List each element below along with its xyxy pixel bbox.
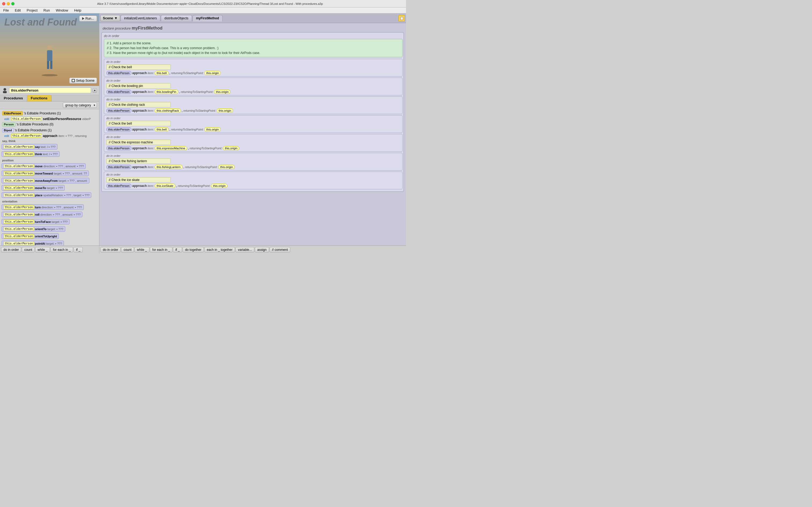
menu-project[interactable]: Project [25,8,39,13]
method-chip-5: approach [132,165,147,169]
toolbar-count[interactable]: count [22,247,35,252]
close-button[interactable] [2,2,5,5]
comment-input-0[interactable] [106,64,171,70]
comment-input-3[interactable] [106,121,171,126]
orientation-label: orientation [0,199,99,204]
menu-edit[interactable]: Edit [14,8,22,13]
move-away-tile-row: this.elderPerson moveAwayFrom target: ▪ … [0,177,99,184]
minimize-button[interactable] [7,2,10,5]
orient-to-person: this.elderPerson [3,227,34,231]
turn-to-face-tile[interactable]: this.elderPerson turnToFace target: ▪ ??… [2,219,69,225]
comment-input-1[interactable] [106,83,171,89]
move-away-person: this.elderPerson [3,179,34,183]
toolbar-while[interactable]: while _ [35,247,50,252]
comment-input-5[interactable] [106,158,171,164]
run-button[interactable]: Run... [79,15,97,21]
returning-val-5: this.origin [218,165,235,169]
right-toolbar-assign[interactable]: assign [255,247,269,252]
orient-to-tile[interactable]: this.elderPerson orientTo target: ▪ ??? [2,226,65,232]
right-toolbar-do-in-order[interactable]: do in order [101,247,121,252]
right-toolbar-while[interactable]: while _ [134,247,149,252]
place-tile[interactable]: this.elderPerson place spatialRelation: … [2,192,91,198]
inner-label-6: do in order [106,173,400,176]
toolbar-if[interactable]: if _ [73,247,83,252]
menu-run[interactable]: Run [43,8,51,13]
move-to-person: this.elderPerson [3,186,34,190]
traffic-lights [2,2,14,5]
method-chip-4: approach [132,146,147,150]
turn-tile[interactable]: this.elderPerson turn direction: ▪ ??? ,… [2,204,84,210]
method-chip-0: approach [132,71,147,75]
item-val-5: this.fishingLantern [155,165,182,169]
turn-params: direction: ▪ ??? , amount: ▪ ??? [41,206,81,209]
tab-procedures[interactable]: Procedures [0,95,27,101]
run-button-label: Run... [85,17,94,20]
right-toolbar-do-together[interactable]: do together [183,247,204,252]
tab-functions[interactable]: Functions [27,95,52,101]
move-to-tile-row: this.elderPerson moveTo target: ▪ ??? [0,184,99,191]
menu-file[interactable]: File [2,8,10,13]
person-chip-5: this.elderPerson [106,165,131,169]
point-at-person: this.elderPerson [3,241,34,245]
say-tile[interactable]: this.elderPerson say text: / ▪ ??? [2,144,57,150]
scene-dropdown-tab[interactable]: Scene ▼ [101,15,120,21]
place-method: place [35,193,43,197]
person-dropdown-arrow[interactable]: ▼ [93,88,97,93]
think-method: think [35,153,42,156]
move-away-tile[interactable]: this.elderPerson moveAwayFrom target: ▪ … [2,178,90,183]
menu-help[interactable]: Help [73,8,82,13]
roll-tile[interactable]: this.elderPerson roll direction: ▪ ??? ,… [2,212,82,217]
person-selector-input[interactable] [9,88,91,93]
item-label-1: item: [148,90,154,94]
orient-upright-tile-row: this.elderPerson orientToUpright [0,233,99,240]
move-person: this.elderPerson [3,164,34,168]
toolbar-do-in-order[interactable]: do in order [1,247,21,252]
setup-scene-area: Setup Scene [69,77,97,83]
method-chip-3: approach [132,127,147,131]
item-val-2: this.clothingRack [155,109,181,113]
maximize-button[interactable] [11,2,14,5]
left-panel: Lost and Found Run... Se [0,13,99,253]
method-chip-6: approach [132,184,147,188]
elder-person-edit-link[interactable]: edit [4,117,9,121]
right-toolbar-count[interactable]: count [121,247,134,252]
inner-block-2: do in order this.elderPerson approach it… [104,97,403,114]
setup-scene-button[interactable]: Setup Scene [69,77,97,83]
move-toward-params: target: ▪ ??? , amount: ?? [54,172,87,175]
tab-my-first-method[interactable]: myFirstMethod [192,15,223,21]
scene-figure [42,45,58,72]
returning-val-2: this.origin [217,109,233,113]
toolbar-for-each-in[interactable]: for each in _ [51,247,73,252]
group-by-select[interactable]: group by category alphabetically [63,103,97,108]
inner-label-3: do in order [106,117,400,120]
comment-input-6[interactable] [106,177,171,183]
move-tile[interactable]: this.elderPerson move direction: ▪ ??? ,… [2,163,85,169]
right-toolbar-if[interactable]: if _ [173,247,182,252]
right-toolbar-each-together[interactable]: each in _ together [205,247,235,252]
orient-upright-tile[interactable]: this.elderPerson orientToUpright [2,233,59,239]
person-chip-1: this.elderPerson [106,90,131,94]
scene-title: Lost and Found [4,17,77,28]
figure-head [48,45,52,50]
menu-window[interactable]: Window [55,8,69,13]
point-at-tile[interactable]: this.elderPerson pointAt target: ▪ ??? [2,241,64,245]
position-label: position [0,158,99,163]
scene-tab-label: Scene [103,16,113,20]
think-tile[interactable]: this.elderPerson think text: / ▪ ??? [2,151,60,157]
move-toward-tile[interactable]: this.elderPerson moveToward target: ▪ ??… [2,171,89,176]
move-to-tile[interactable]: this.elderPerson moveTo target: ▪ ??? [2,185,65,191]
tab-initialize[interactable]: initializeEventListeners [121,15,160,21]
comment-input-2[interactable] [106,102,171,107]
right-toolbar-comment[interactable]: // comment [270,247,290,252]
biped-edit-link[interactable]: edit [4,134,9,137]
tab-distribute[interactable]: distributeObjects [161,15,192,21]
roll-method: roll [35,213,40,216]
biped-procedures-header: Biped 's Editable Procedures (1) [0,127,99,133]
inner-label-5: do in order [106,154,400,157]
code-line-1: this.elderPerson approach item: this.bow… [106,90,400,94]
right-panel: Scene ▼ initializeEventListeners distrib… [99,13,406,253]
comment-input-4[interactable] [106,139,171,145]
right-toolbar-for-each[interactable]: for each in _ [150,247,172,252]
right-toolbar-variable[interactable]: variable... [235,247,254,252]
note-icon[interactable]: 📋 [399,15,405,21]
